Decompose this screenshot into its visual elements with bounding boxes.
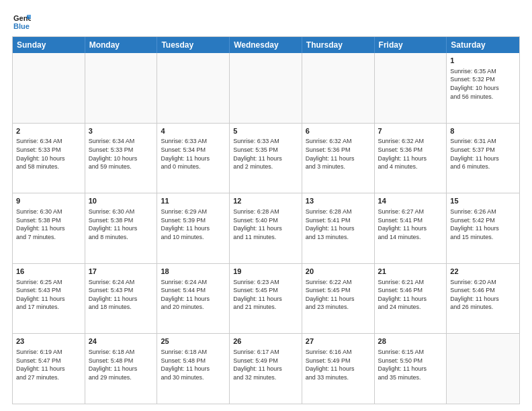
- day-number: 5: [233, 126, 298, 136]
- header-day-tuesday: Tuesday: [157, 37, 230, 53]
- day-info: Sunrise: 6:28 AM Sunset: 5:40 PM Dayligh…: [233, 208, 298, 241]
- calendar-cell-3-6: 22Sunrise: 6:20 AM Sunset: 5:46 PM Dayli…: [447, 264, 519, 334]
- calendar-cell-4-5: 28Sunrise: 6:15 AM Sunset: 5:50 PM Dayli…: [375, 334, 447, 404]
- day-info: Sunrise: 6:24 AM Sunset: 5:44 PM Dayligh…: [161, 278, 226, 312]
- day-info: Sunrise: 6:24 AM Sunset: 5:43 PM Dayligh…: [89, 278, 154, 312]
- calendar-cell-4-0: 23Sunrise: 6:19 AM Sunset: 5:47 PM Dayli…: [13, 334, 85, 404]
- calendar-cell-1-0: 2Sunrise: 6:34 AM Sunset: 5:33 PM Daylig…: [13, 124, 85, 193]
- day-number: 1: [450, 56, 516, 66]
- day-info: Sunrise: 6:18 AM Sunset: 5:48 PM Dayligh…: [161, 348, 226, 381]
- day-info: Sunrise: 6:25 AM Sunset: 5:43 PM Dayligh…: [16, 278, 81, 312]
- day-number: 3: [89, 126, 154, 136]
- calendar-cell-3-5: 21Sunrise: 6:21 AM Sunset: 5:46 PM Dayli…: [375, 264, 447, 334]
- day-number: 17: [89, 267, 154, 277]
- day-number: 24: [89, 336, 154, 347]
- day-info: Sunrise: 6:34 AM Sunset: 5:33 PM Dayligh…: [89, 137, 154, 171]
- day-info: Sunrise: 6:27 AM Sunset: 5:41 PM Dayligh…: [378, 208, 443, 241]
- day-number: 15: [450, 196, 516, 206]
- day-info: Sunrise: 6:30 AM Sunset: 5:38 PM Dayligh…: [16, 208, 81, 241]
- calendar-cell-4-4: 27Sunrise: 6:16 AM Sunset: 5:49 PM Dayli…: [302, 334, 375, 404]
- day-number: 20: [306, 267, 371, 277]
- calendar-header: SundayMondayTuesdayWednesdayThursdayFrid…: [13, 37, 519, 53]
- calendar-cell-1-3: 5Sunrise: 6:33 AM Sunset: 5:35 PM Daylig…: [230, 124, 302, 193]
- day-number: 22: [450, 267, 516, 277]
- day-number: 21: [378, 267, 443, 277]
- day-number: 9: [16, 196, 81, 206]
- day-info: Sunrise: 6:16 AM Sunset: 5:49 PM Dayligh…: [306, 348, 371, 381]
- calendar-cell-1-1: 3Sunrise: 6:34 AM Sunset: 5:33 PM Daylig…: [85, 124, 158, 193]
- calendar-cell-0-5: [375, 53, 447, 123]
- calendar-cell-3-2: 18Sunrise: 6:24 AM Sunset: 5:44 PM Dayli…: [157, 264, 230, 334]
- day-info: Sunrise: 6:21 AM Sunset: 5:46 PM Dayligh…: [378, 278, 443, 312]
- header-day-friday: Friday: [375, 37, 447, 53]
- calendar: SundayMondayTuesdayWednesdayThursdayFrid…: [12, 36, 520, 404]
- calendar-cell-3-0: 16Sunrise: 6:25 AM Sunset: 5:43 PM Dayli…: [13, 264, 85, 334]
- day-number: 27: [306, 336, 371, 347]
- day-info: Sunrise: 6:32 AM Sunset: 5:36 PM Dayligh…: [378, 137, 443, 171]
- day-info: Sunrise: 6:31 AM Sunset: 5:37 PM Dayligh…: [450, 137, 516, 171]
- calendar-row-4: 23Sunrise: 6:19 AM Sunset: 5:47 PM Dayli…: [13, 333, 519, 404]
- calendar-cell-0-3: [230, 53, 302, 123]
- day-number: 14: [378, 196, 443, 206]
- calendar-cell-3-4: 20Sunrise: 6:22 AM Sunset: 5:45 PM Dayli…: [302, 264, 375, 334]
- day-number: 8: [450, 126, 516, 136]
- header-day-thursday: Thursday: [302, 37, 375, 53]
- day-number: 2: [16, 126, 81, 136]
- header-day-monday: Monday: [85, 37, 158, 53]
- day-number: 10: [89, 196, 154, 206]
- calendar-cell-0-0: [13, 53, 85, 123]
- calendar-cell-2-5: 14Sunrise: 6:27 AM Sunset: 5:41 PM Dayli…: [375, 193, 447, 263]
- calendar-cell-1-6: 8Sunrise: 6:31 AM Sunset: 5:37 PM Daylig…: [447, 124, 519, 193]
- calendar-cell-4-3: 26Sunrise: 6:17 AM Sunset: 5:49 PM Dayli…: [230, 334, 302, 404]
- calendar-cell-2-6: 15Sunrise: 6:26 AM Sunset: 5:42 PM Dayli…: [447, 193, 519, 263]
- calendar-cell-4-2: 25Sunrise: 6:18 AM Sunset: 5:48 PM Dayli…: [157, 334, 230, 404]
- calendar-cell-1-2: 4Sunrise: 6:33 AM Sunset: 5:34 PM Daylig…: [157, 124, 230, 193]
- calendar-row-3: 16Sunrise: 6:25 AM Sunset: 5:43 PM Dayli…: [13, 263, 519, 334]
- day-number: 19: [233, 267, 298, 277]
- calendar-cell-2-2: 11Sunrise: 6:29 AM Sunset: 5:39 PM Dayli…: [157, 193, 230, 263]
- day-info: Sunrise: 6:17 AM Sunset: 5:49 PM Dayligh…: [233, 348, 298, 381]
- header-day-saturday: Saturday: [447, 37, 519, 53]
- day-info: Sunrise: 6:26 AM Sunset: 5:42 PM Dayligh…: [450, 208, 516, 241]
- calendar-cell-3-1: 17Sunrise: 6:24 AM Sunset: 5:43 PM Dayli…: [85, 264, 158, 334]
- day-info: Sunrise: 6:34 AM Sunset: 5:33 PM Dayligh…: [16, 137, 81, 171]
- day-info: Sunrise: 6:28 AM Sunset: 5:41 PM Dayligh…: [306, 208, 371, 241]
- calendar-cell-3-3: 19Sunrise: 6:23 AM Sunset: 5:45 PM Dayli…: [230, 264, 302, 334]
- day-info: Sunrise: 6:35 AM Sunset: 5:32 PM Dayligh…: [450, 67, 516, 101]
- calendar-cell-1-5: 7Sunrise: 6:32 AM Sunset: 5:36 PM Daylig…: [375, 124, 447, 193]
- svg-text:Blue: Blue: [13, 22, 30, 30]
- header-day-wednesday: Wednesday: [230, 37, 302, 53]
- day-number: 23: [16, 336, 81, 347]
- day-info: Sunrise: 6:23 AM Sunset: 5:45 PM Dayligh…: [233, 278, 298, 312]
- calendar-cell-1-4: 6Sunrise: 6:32 AM Sunset: 5:36 PM Daylig…: [302, 124, 375, 193]
- day-info: Sunrise: 6:33 AM Sunset: 5:34 PM Dayligh…: [161, 137, 226, 171]
- day-number: 6: [306, 126, 371, 136]
- calendar-cell-0-2: [157, 53, 230, 123]
- logo: General Blue: [12, 12, 35, 31]
- calendar-cell-4-1: 24Sunrise: 6:18 AM Sunset: 5:48 PM Dayli…: [85, 334, 158, 404]
- calendar-row-1: 2Sunrise: 6:34 AM Sunset: 5:33 PM Daylig…: [13, 123, 519, 193]
- day-info: Sunrise: 6:19 AM Sunset: 5:47 PM Dayligh…: [16, 348, 81, 381]
- day-number: 12: [233, 196, 298, 206]
- page: General Blue SundayMondayTuesdayWednesda…: [0, 0, 532, 411]
- calendar-row-2: 9Sunrise: 6:30 AM Sunset: 5:38 PM Daylig…: [13, 193, 519, 263]
- day-info: Sunrise: 6:22 AM Sunset: 5:45 PM Dayligh…: [306, 278, 371, 312]
- day-number: 7: [378, 126, 443, 136]
- calendar-cell-0-6: 1Sunrise: 6:35 AM Sunset: 5:32 PM Daylig…: [447, 53, 519, 123]
- day-info: Sunrise: 6:33 AM Sunset: 5:35 PM Dayligh…: [233, 137, 298, 171]
- day-number: 16: [16, 267, 81, 277]
- calendar-cell-2-4: 13Sunrise: 6:28 AM Sunset: 5:41 PM Dayli…: [302, 193, 375, 263]
- day-number: 13: [306, 196, 371, 206]
- calendar-cell-0-4: [302, 53, 375, 123]
- day-number: 18: [161, 267, 226, 277]
- header-day-sunday: Sunday: [13, 37, 85, 53]
- day-info: Sunrise: 6:32 AM Sunset: 5:36 PM Dayligh…: [306, 137, 371, 171]
- day-number: 25: [161, 336, 226, 347]
- day-number: 11: [161, 196, 226, 206]
- calendar-cell-2-1: 10Sunrise: 6:30 AM Sunset: 5:38 PM Dayli…: [85, 193, 158, 263]
- day-info: Sunrise: 6:15 AM Sunset: 5:50 PM Dayligh…: [378, 348, 443, 381]
- day-info: Sunrise: 6:30 AM Sunset: 5:38 PM Dayligh…: [89, 208, 154, 241]
- calendar-row-0: 1Sunrise: 6:35 AM Sunset: 5:32 PM Daylig…: [13, 53, 519, 123]
- calendar-body: 1Sunrise: 6:35 AM Sunset: 5:32 PM Daylig…: [13, 53, 519, 404]
- day-number: 28: [378, 336, 443, 347]
